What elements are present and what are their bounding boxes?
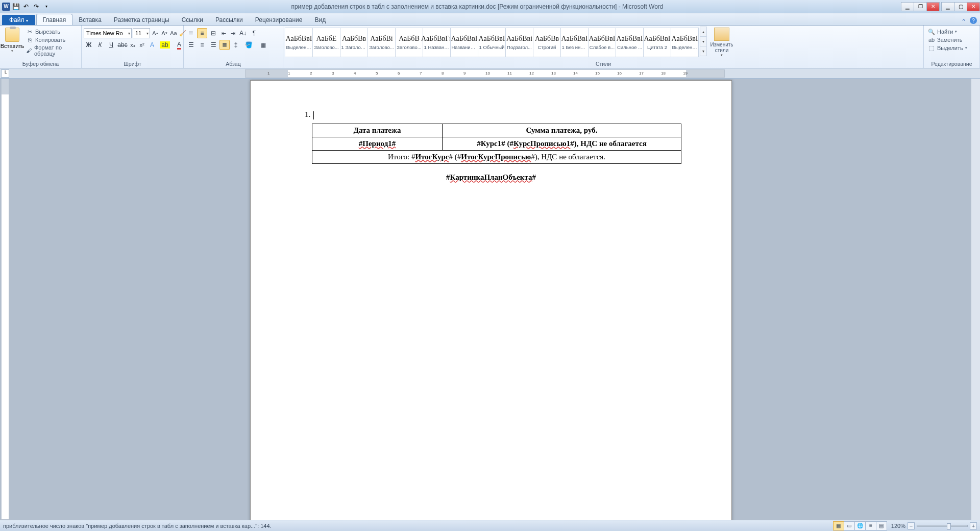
maximize-button[interactable]: ▢ bbox=[954, 2, 967, 11]
change-case-button[interactable]: Aa bbox=[169, 29, 178, 38]
page[interactable]: 1. Дата платежа Сумма платежа, руб. #Пер… bbox=[250, 80, 732, 520]
highlight-button[interactable]: ab bbox=[158, 40, 172, 50]
underline-button[interactable]: Ч bbox=[106, 40, 116, 50]
style-item[interactable]: АаБбВвСтрогий bbox=[533, 28, 561, 57]
minimize-ribbon-icon[interactable]: ^ bbox=[960, 17, 968, 25]
styles-more[interactable]: ▾ bbox=[700, 46, 706, 56]
group-label-editing: Редактирование bbox=[926, 60, 977, 68]
strikethrough-button[interactable]: abc bbox=[117, 40, 128, 50]
draft-view[interactable]: ▤ bbox=[876, 521, 887, 530]
align-center-button[interactable]: ≡ bbox=[197, 40, 207, 50]
ruler-area: └ 112345678910111213141516171819 bbox=[0, 68, 980, 79]
style-item[interactable]: АаБбВвІСильное ... bbox=[616, 28, 644, 57]
multilevel-list-button[interactable]: ⊟ bbox=[208, 28, 218, 38]
mdi-close-button[interactable]: ✕ bbox=[926, 2, 940, 11]
zoom-slider[interactable] bbox=[917, 525, 968, 527]
zoom-thumb[interactable] bbox=[947, 523, 951, 529]
superscript-button[interactable]: x² bbox=[138, 40, 146, 50]
fullscreen-reading-view[interactable]: ▭ bbox=[844, 521, 855, 530]
sort-button[interactable]: A↓ bbox=[238, 28, 248, 38]
shrink-font-button[interactable]: A▾ bbox=[160, 29, 168, 38]
shading-button[interactable]: 🪣 bbox=[242, 40, 255, 50]
mdi-minimize-button[interactable]: ▁ bbox=[901, 2, 914, 11]
horizontal-ruler[interactable]: 112345678910111213141516171819 bbox=[245, 69, 725, 78]
mdi-restore-button[interactable]: ❐ bbox=[914, 2, 927, 11]
bullets-button[interactable]: ≣ bbox=[186, 28, 196, 38]
numbering-button[interactable]: ≡ bbox=[197, 28, 207, 38]
replace-button[interactable]: abЗаменить bbox=[926, 36, 969, 43]
grow-font-button[interactable]: A▴ bbox=[151, 29, 159, 38]
font-name-combo[interactable]: Times New Ro bbox=[84, 28, 132, 38]
styles-scroll-down[interactable]: ▾ bbox=[700, 37, 706, 46]
tab-review[interactable]: Рецензирование bbox=[249, 14, 309, 25]
help-icon[interactable]: ? bbox=[970, 17, 977, 24]
zoom-level[interactable]: 120% bbox=[891, 523, 905, 529]
text-effects-button[interactable]: A bbox=[147, 40, 157, 50]
copy-button[interactable]: ⎘Копировать bbox=[24, 36, 79, 43]
style-item[interactable]: АаБбВвІНазвание... bbox=[450, 28, 478, 57]
style-item[interactable]: АаБбВіЗаголово... bbox=[368, 28, 396, 57]
style-item[interactable]: АаБбВвІВыделенн... bbox=[671, 28, 699, 57]
table-header-row: Дата платежа Сумма платежа, руб. bbox=[312, 124, 681, 137]
redo-icon[interactable]: ↷ bbox=[32, 2, 41, 11]
align-right-button[interactable]: ☰ bbox=[208, 40, 218, 50]
font-size-combo[interactable]: 11 bbox=[133, 28, 150, 38]
styles-gallery[interactable]: АаБбВвІВыделениеАаБбЕЗаголово...АаБбВв1 … bbox=[285, 27, 699, 57]
tab-home[interactable]: Главная bbox=[36, 14, 73, 25]
cut-button[interactable]: ✂Вырезать bbox=[24, 28, 79, 35]
tab-file[interactable]: Файл▾ bbox=[2, 15, 35, 25]
italic-button[interactable]: К bbox=[95, 40, 105, 50]
tab-references[interactable]: Ссылки bbox=[176, 14, 209, 25]
print-layout-view[interactable]: ▦ bbox=[833, 521, 844, 530]
outline-view[interactable]: ≡ bbox=[865, 521, 876, 530]
web-layout-view[interactable]: 🌐 bbox=[854, 521, 866, 530]
td-totals: Итого: #ИтогКурс# (#ИтогКурсПрописью#), … bbox=[312, 150, 681, 163]
style-item[interactable]: АаБбВвіПодзагол... bbox=[505, 28, 533, 57]
ribbon: Вставить ▾ ✂Вырезать ⎘Копировать 🖌Формат… bbox=[0, 26, 980, 68]
justify-button[interactable]: ≣ bbox=[219, 40, 230, 50]
styles-scroll-up[interactable]: ▴ bbox=[700, 27, 706, 37]
style-item[interactable]: АаБбВЗаголово... bbox=[395, 28, 423, 57]
bold-button[interactable]: Ж bbox=[84, 40, 94, 50]
style-item[interactable]: АаБбВвІ1 Без инте... bbox=[560, 28, 589, 57]
subscript-button[interactable]: x₂ bbox=[129, 40, 137, 50]
status-text: приблизительное число знаков "пример доб… bbox=[3, 523, 834, 529]
payment-table[interactable]: Дата платежа Сумма платежа, руб. #Период… bbox=[312, 124, 681, 164]
paste-button[interactable]: Вставить ▾ bbox=[2, 27, 22, 53]
format-painter-button[interactable]: 🖌Формат по образцу bbox=[24, 44, 79, 57]
vertical-scrollbar[interactable] bbox=[971, 79, 980, 520]
tab-insert[interactable]: Вставка bbox=[72, 14, 108, 25]
style-item[interactable]: АаБбВвІЦитата 2 bbox=[643, 28, 671, 57]
change-styles-button[interactable]: Изменить стили ▾ bbox=[708, 27, 735, 57]
window-controls: ▁ ▢ ✕ bbox=[942, 2, 980, 11]
style-item[interactable]: АаБбВвІВыделение bbox=[285, 28, 313, 57]
tab-mailings[interactable]: Рассылки bbox=[209, 14, 249, 25]
style-item[interactable]: АаБбЕЗаголово... bbox=[312, 28, 340, 57]
minimize-button[interactable]: ▁ bbox=[941, 2, 954, 11]
close-button[interactable]: ✕ bbox=[967, 2, 980, 11]
td-period: #Период1# bbox=[312, 137, 443, 150]
zoom-out-button[interactable]: − bbox=[908, 522, 915, 529]
style-item[interactable]: АаБбВвГг1 Название bbox=[423, 28, 451, 57]
increase-indent-button[interactable]: ⇥ bbox=[229, 29, 237, 38]
save-icon[interactable]: 💾 bbox=[11, 2, 20, 11]
find-button[interactable]: 🔍Найти ▾ bbox=[926, 28, 969, 35]
tab-view[interactable]: Вид bbox=[308, 14, 332, 25]
show-marks-button[interactable]: ¶ bbox=[249, 28, 259, 38]
style-item[interactable]: АаБбВвІСлабое в... bbox=[588, 28, 616, 57]
line-spacing-button[interactable]: ‡ bbox=[231, 40, 241, 50]
group-font: Times New Ro 11 A▴ A▾ Aa 🧹 Ж К Ч abc x₂ … bbox=[82, 26, 184, 68]
tab-selector[interactable]: └ bbox=[1, 69, 9, 78]
qat-more-icon[interactable]: ▾ bbox=[42, 2, 51, 11]
decrease-indent-button[interactable]: ⇤ bbox=[219, 29, 228, 38]
tab-layout[interactable]: Разметка страницы bbox=[108, 14, 176, 25]
select-button[interactable]: ⬚Выделить ▾ bbox=[926, 44, 969, 52]
style-item[interactable]: АаБбВвІ1 Обычный bbox=[478, 28, 506, 57]
vertical-ruler[interactable] bbox=[1, 79, 9, 520]
borders-button[interactable]: ▦ bbox=[256, 40, 270, 50]
style-item[interactable]: АаБбВв1 Заголов... bbox=[340, 28, 368, 57]
find-icon: 🔍 bbox=[928, 28, 935, 35]
align-left-button[interactable]: ☰ bbox=[186, 40, 196, 50]
undo-icon[interactable]: ↶ bbox=[21, 2, 31, 11]
zoom-in-button[interactable]: + bbox=[970, 522, 977, 529]
